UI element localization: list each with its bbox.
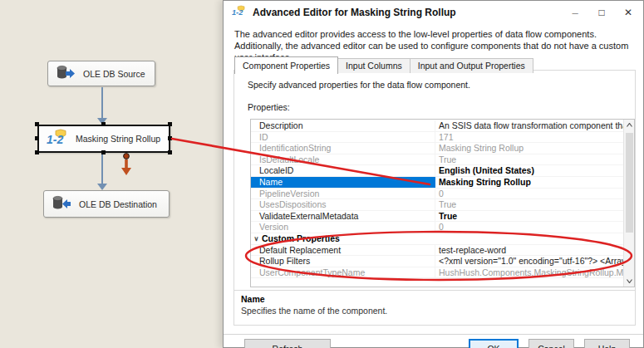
properties-label: Properties: xyxy=(248,102,290,112)
property-name: IdentificationString xyxy=(251,143,435,154)
property-value[interactable]: 171 xyxy=(435,132,623,143)
minimize-icon[interactable]: – xyxy=(562,1,588,24)
property-value[interactable]: HushHush.Components.MaskingStringRollup.… xyxy=(435,267,623,278)
property-grid-rows: DescriptionAn SSIS data flow transformat… xyxy=(251,120,623,278)
ok-button[interactable]: OK xyxy=(469,339,519,348)
property-value[interactable]: Masking String Rollup xyxy=(435,177,623,188)
component-properties-page: Specify advanced properties for the data… xyxy=(234,70,636,326)
property-row[interactable]: UserComponentTypeNameHushHush.Components… xyxy=(251,267,623,279)
svg-text:1-2: 1-2 xyxy=(47,133,63,146)
property-value[interactable]: True xyxy=(435,154,623,165)
property-row[interactable]: ValidateExternalMetadataTrue xyxy=(251,211,623,223)
property-name: ID xyxy=(251,132,435,143)
property-row[interactable]: UsesDispositionsTrue xyxy=(251,199,623,211)
property-value[interactable]: 0 xyxy=(435,189,623,199)
sort-1-2-shield-icon: 1-2 xyxy=(232,5,246,21)
property-name: UsesDispositions xyxy=(251,199,435,210)
footer-separator xyxy=(224,334,643,336)
advanced-editor-dialog: 1-2 Advanced Editor for Masking String R… xyxy=(223,0,644,348)
property-grid[interactable]: DescriptionAn SSIS data flow transformat… xyxy=(250,119,635,287)
page-instruction: Specify advanced properties for the data… xyxy=(248,80,470,90)
property-name: Description xyxy=(251,120,435,131)
property-row[interactable]: LocaleIDEnglish (United States) xyxy=(251,165,623,177)
selection-handle[interactable] xyxy=(35,150,39,154)
tab-component-properties[interactable]: Component Properties xyxy=(234,56,338,74)
refresh-button[interactable]: Refresh xyxy=(244,339,331,348)
property-row[interactable]: Version0 xyxy=(251,222,623,233)
scroll-up-icon[interactable] xyxy=(624,120,635,130)
property-name: IsDefaultLocale xyxy=(251,154,435,165)
property-value[interactable]: English (United States) xyxy=(435,165,623,176)
node-oledb-destination[interactable]: OLE DB Destination xyxy=(43,190,170,218)
dialog-titlebar[interactable]: 1-2 Advanced Editor for Masking String R… xyxy=(224,1,643,24)
property-row[interactable]: IdentificationStringMasking String Rollu… xyxy=(251,143,623,154)
property-row[interactable]: NameMasking String Rollup xyxy=(251,177,623,189)
selection-handle[interactable] xyxy=(168,136,172,140)
property-value[interactable]: True xyxy=(435,211,623,222)
dataflow-connectors xyxy=(0,0,223,348)
node-label: Masking String Rollup xyxy=(76,134,160,144)
property-value[interactable]: Masking String Rollup xyxy=(435,143,623,154)
grid-scrollbar[interactable] xyxy=(623,120,634,287)
selection-handle[interactable] xyxy=(101,150,106,154)
property-name: Rollup Filters xyxy=(251,256,435,267)
property-category-row[interactable]: ∨Custom Properties xyxy=(251,233,623,245)
property-row[interactable]: ID171 xyxy=(251,132,623,144)
sort-1-2-shield-icon: 1-2 xyxy=(47,129,68,149)
property-value[interactable]: <?xml version="1.0" encoding="utf-16"?> … xyxy=(435,256,623,267)
selection-handle[interactable] xyxy=(168,150,172,154)
selection-handle[interactable] xyxy=(101,122,106,126)
property-name: UserComponentTypeName xyxy=(251,267,435,278)
help-button[interactable]: Help xyxy=(584,339,630,348)
property-name: Version xyxy=(251,222,435,233)
tab-input-output-properties[interactable]: Input and Output Properties xyxy=(410,58,533,73)
property-value[interactable]: True xyxy=(435,199,623,210)
selected-property-name: Name xyxy=(241,294,628,304)
collapse-chevron-icon[interactable]: ∨ xyxy=(251,233,262,244)
node-label: OLE DB Destination xyxy=(79,199,157,209)
database-source-icon xyxy=(56,65,76,82)
property-row[interactable]: PipelineVersion0 xyxy=(251,189,623,200)
scrollbar-thumb[interactable] xyxy=(626,133,633,233)
property-row[interactable]: Default Replacementtest-replace-word xyxy=(251,245,623,257)
selected-property-description: Specifies the name of the component. xyxy=(241,306,628,316)
node-masking-string-rollup[interactable]: 1-2 Masking String Rollup xyxy=(37,125,170,153)
property-value[interactable]: An SSIS data flow transformation compone… xyxy=(435,120,623,131)
close-icon[interactable]: ✕ xyxy=(615,1,642,24)
tab-strip: Component Properties Input Columns Input… xyxy=(234,56,533,73)
dialog-title: Advanced Editor for Masking String Rollu… xyxy=(253,7,456,18)
node-oledb-source[interactable]: OLE DB Source xyxy=(47,61,155,86)
property-row[interactable]: Rollup Filters<?xml version="1.0" encodi… xyxy=(251,256,623,267)
property-name: PipelineVersion xyxy=(251,189,435,199)
property-name: Default Replacement xyxy=(251,245,435,256)
property-name: ValidateExternalMetadata xyxy=(251,211,435,222)
property-value[interactable]: 0 xyxy=(435,222,623,233)
maximize-icon[interactable]: □ xyxy=(588,1,615,24)
cancel-button[interactable]: Cancel xyxy=(528,339,574,348)
svg-text:1-2: 1-2 xyxy=(232,8,243,17)
property-value[interactable]: test-replace-word xyxy=(435,245,623,256)
node-label: OLE DB Source xyxy=(83,69,145,79)
database-destination-icon xyxy=(52,195,71,213)
selection-handle[interactable] xyxy=(35,122,39,126)
dataflow-design-surface[interactable]: OLE DB Source 1-2 Masking String Rollup … xyxy=(0,0,223,348)
category-label: Custom Properties xyxy=(262,233,340,244)
property-name: LocaleID xyxy=(251,165,435,176)
tab-input-columns[interactable]: Input Columns xyxy=(338,58,410,73)
property-row[interactable]: DescriptionAn SSIS data flow transformat… xyxy=(251,120,623,132)
scroll-down-icon[interactable] xyxy=(624,276,635,287)
selection-handle[interactable] xyxy=(35,136,39,140)
property-row[interactable]: IsDefaultLocaleTrue xyxy=(251,154,623,166)
property-description-panel: Name Specifies the name of the component… xyxy=(234,290,635,325)
property-name: Name xyxy=(251,177,435,188)
selection-handle[interactable] xyxy=(168,122,172,126)
